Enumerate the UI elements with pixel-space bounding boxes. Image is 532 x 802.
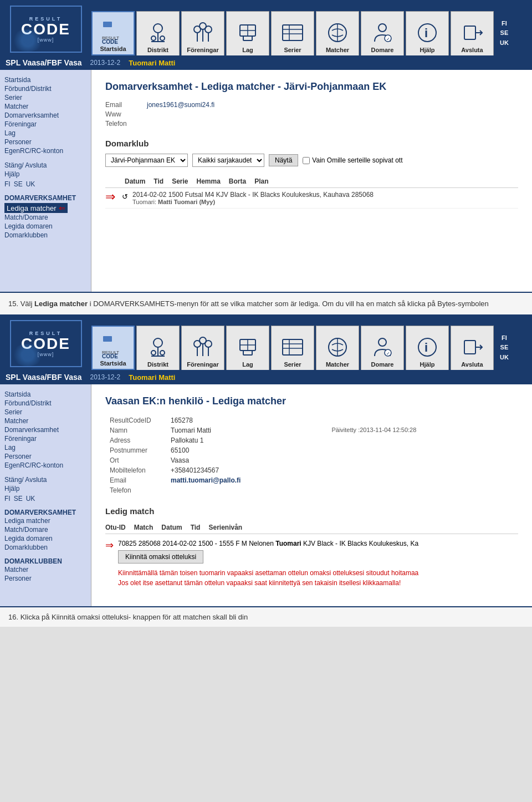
nav-startsida[interactable]: RESULTCODE Startsida bbox=[91, 11, 135, 55]
nayta-button[interactable]: Näytä bbox=[269, 154, 298, 166]
ledig-col-tid: Tid bbox=[191, 524, 201, 531]
sidebar2-domarklubben-personer[interactable]: Personer bbox=[4, 574, 86, 583]
nav-serier-2[interactable]: Serier bbox=[271, 326, 314, 370]
nav-foreningar-2[interactable]: Föreningar bbox=[181, 326, 224, 370]
ledig-match-title: Ledig match bbox=[105, 506, 518, 516]
sidebar-item-forbund[interactable]: Förbund/Distrikt bbox=[4, 84, 86, 93]
nav-avsluta[interactable]: Avsluta bbox=[451, 11, 494, 55]
nav-serier-label: Serier bbox=[284, 47, 301, 53]
sidebar2-matcher[interactable]: Matcher bbox=[4, 417, 86, 425]
sidebar-item-domarverksamhet[interactable]: Domarverksamhet bbox=[4, 111, 86, 120]
vain-omille-checkbox[interactable] bbox=[303, 157, 310, 164]
sidebar2-hjalp[interactable]: Hjälp bbox=[4, 484, 86, 493]
match-row-icon[interactable]: ↺ bbox=[122, 192, 128, 201]
nav-distrikt[interactable]: Distrikt bbox=[136, 11, 180, 55]
sidebar2-stang[interactable]: Stäng/ Avsluta bbox=[4, 475, 86, 484]
sidebar2-startsida[interactable]: Startsida bbox=[4, 390, 86, 399]
lang-uk-2[interactable]: UK bbox=[500, 353, 509, 363]
svg-text:CODE: CODE bbox=[102, 39, 118, 44]
nav-foreningar[interactable]: Föreningar bbox=[181, 11, 224, 55]
nav-matcher-label: Matcher bbox=[326, 47, 349, 53]
sidebar2-lag[interactable]: Lag bbox=[4, 443, 86, 452]
sidebar-item-serier[interactable]: Serier bbox=[4, 93, 86, 102]
page-title-2: Vaasan EK:n henkilö - Lediga matcher bbox=[105, 395, 518, 407]
info-row-email: Email matti.tuomari@pallo.fi bbox=[105, 475, 518, 485]
vain-omille-checkbox-label[interactable]: Vain Omille serteille sopivat ott bbox=[303, 156, 402, 164]
nav-avsluta-label: Avsluta bbox=[461, 47, 483, 53]
domarklub-select[interactable]: Järvi-Pohjanmaan EK bbox=[105, 154, 188, 167]
sidebar2-serier[interactable]: Serier bbox=[4, 408, 86, 417]
lang-uk[interactable]: UK bbox=[500, 38, 509, 48]
sidebar2-lediga-matcher[interactable]: Lediga matcher bbox=[4, 516, 86, 525]
nav-distrikt-label: Distrikt bbox=[147, 47, 168, 53]
sidebar-item-matchdomare[interactable]: Match/Domare bbox=[4, 213, 86, 222]
nav-domare-label: Domare bbox=[371, 47, 394, 53]
sidebar-item-stang[interactable]: Stäng/ Avsluta bbox=[4, 161, 86, 170]
sidebar2-domarklubben-matcher[interactable]: Matcher bbox=[4, 565, 86, 574]
lang-fi-2[interactable]: FI bbox=[502, 333, 507, 343]
instruction-1-bold: Lediga matcher bbox=[34, 300, 88, 308]
sidebar2-section-domarverksamhet: DOMARVERKSAMHET bbox=[4, 509, 86, 516]
lang-selector[interactable]: FI SE UK bbox=[495, 11, 513, 55]
sidebar2-personer[interactable]: Personer bbox=[4, 452, 86, 461]
sidebar-item-foreningar[interactable]: Föreningar bbox=[4, 120, 86, 129]
nav-avsluta-label-2: Avsluta bbox=[461, 361, 483, 368]
lang-fi[interactable]: FI bbox=[502, 19, 507, 29]
lang-selector-2[interactable]: FI SE UK bbox=[495, 326, 513, 370]
sidebar-item-domarklubben[interactable]: Domarklubben bbox=[4, 231, 86, 240]
nav-hjalp-2[interactable]: i Hjälp bbox=[406, 326, 449, 370]
lang-se-2[interactable]: SE bbox=[500, 343, 509, 353]
col-tid: Tid bbox=[154, 177, 163, 185]
nav-matcher-2[interactable]: Matcher bbox=[316, 326, 359, 370]
sidebar2-lang-se[interactable]: SE bbox=[14, 494, 23, 503]
sidebar2-matchdomare[interactable]: Match/Domare bbox=[4, 525, 86, 534]
nav-hjalp[interactable]: i Hjälp bbox=[406, 11, 449, 55]
nav-distrikt-2[interactable]: Distrikt bbox=[136, 326, 180, 370]
svg-rect-17 bbox=[243, 36, 252, 40]
warning-line-2: Jos olet itse asettanut tämän ottelun va… bbox=[118, 578, 518, 588]
kiinnita-button[interactable]: Kiinnitä omaksi otteluksi bbox=[118, 550, 203, 564]
sidebar-item-startsida[interactable]: Startsida bbox=[4, 75, 86, 84]
sidebar2-domarverksamhet[interactable]: Domarverksamhet bbox=[4, 425, 86, 434]
nav-avsluta-2[interactable]: Avsluta bbox=[451, 326, 494, 370]
instruction-2-number: 16. bbox=[8, 613, 18, 621]
ledig-col-otuid: Otu-ID bbox=[105, 524, 126, 531]
sidebar-item-egenrc[interactable]: EgenRC/RC-konton bbox=[4, 146, 86, 155]
sidebar2-egenrc[interactable]: EgenRC/RC-konton bbox=[4, 461, 86, 470]
nav-domare[interactable]: ✓ Domare bbox=[361, 11, 404, 55]
nav-serier[interactable]: Serier bbox=[271, 11, 314, 55]
ledig-row-data: 70825 285068 2014-02-02 1500 - 1555 F M … bbox=[118, 540, 274, 547]
sidebar2-lang-fi[interactable]: FI bbox=[4, 494, 11, 503]
sidebar-item-matcher[interactable]: Matcher bbox=[4, 102, 86, 111]
nav-lag-2[interactable]: Lag bbox=[226, 326, 269, 370]
sidebar-item-legida[interactable]: Legida domaren bbox=[4, 222, 86, 231]
lag-icon-2 bbox=[236, 335, 260, 359]
info-email-row: Email jones1961@suomi24.fi bbox=[105, 101, 518, 109]
sidebar2-domarklubben-link[interactable]: Domarklubben bbox=[4, 543, 86, 552]
match-row-1: ⇒ ↺ 2014-02-02 1500 Futsal M4 KJV Black … bbox=[105, 188, 518, 209]
nav-domare-2[interactable]: ✓ Domare bbox=[361, 326, 404, 370]
sidebar-item-personer[interactable]: Personer bbox=[4, 138, 86, 146]
nav-matcher[interactable]: Matcher bbox=[316, 11, 359, 55]
instruction-1-number: 15. bbox=[8, 300, 18, 308]
sidebar2-forbund[interactable]: Förbund/Distrikt bbox=[4, 399, 86, 408]
sidebar-lang-uk[interactable]: UK bbox=[26, 180, 35, 189]
sidebar-active-item[interactable]: Lediga matcher ⇐ bbox=[4, 203, 68, 213]
site-name: SPL Vaasa/FBF Vasa bbox=[6, 58, 82, 67]
sidebar-item-lag[interactable]: Lag bbox=[4, 129, 86, 138]
lang-se[interactable]: SE bbox=[500, 28, 509, 38]
nav-lag[interactable]: Lag bbox=[226, 11, 269, 55]
domare-icon-2: ✓ bbox=[370, 335, 395, 359]
logo-2[interactable]: RESULT CODE [www] bbox=[10, 320, 82, 367]
field-extra-resultcodeid bbox=[327, 415, 518, 425]
sidebar-item-hjalp[interactable]: Hjälp bbox=[4, 170, 86, 179]
nav-startsida-2[interactable]: RESULTCODE Startsida bbox=[91, 326, 135, 370]
sidebar-lang-fi[interactable]: FI bbox=[4, 180, 11, 189]
logo[interactable]: RESULT CODE [www] bbox=[10, 6, 82, 53]
svg-point-41 bbox=[200, 337, 206, 344]
sidebar-lang-se[interactable]: SE bbox=[14, 180, 23, 189]
sidebar2-legida[interactable]: Legida domaren bbox=[4, 534, 86, 543]
sidebar2-lang-uk[interactable]: UK bbox=[26, 494, 35, 503]
sarjakaudet-select[interactable]: Kaikki sarjakaudet bbox=[192, 154, 264, 167]
sidebar2-foreningar[interactable]: Föreningar bbox=[4, 434, 86, 443]
